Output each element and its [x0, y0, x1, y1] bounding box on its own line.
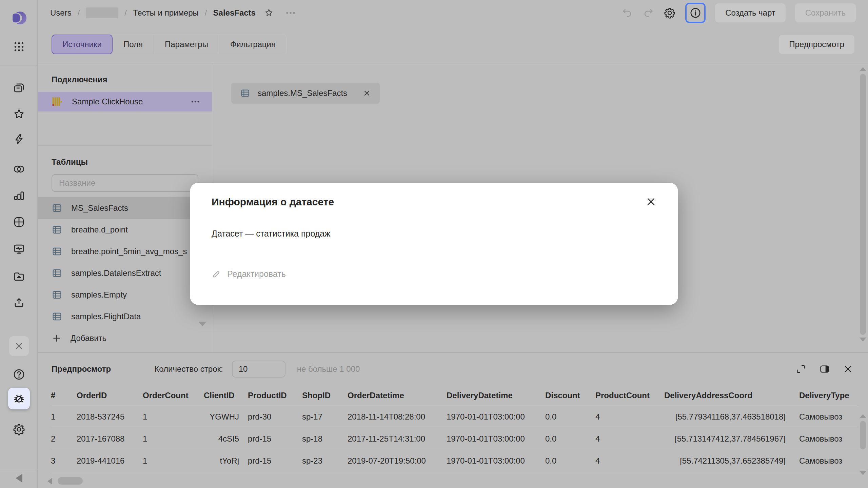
dataset-info-modal: Информация о датасете Датасет — статисти… — [190, 183, 678, 305]
dataset-description: Датасет — статистика продаж — [212, 229, 656, 239]
edit-description-label: Редактировать — [227, 269, 286, 279]
modal-close-icon[interactable] — [646, 196, 656, 207]
pencil-icon — [212, 269, 221, 279]
modal-title: Информация о датасете — [212, 196, 334, 208]
edit-description-button[interactable]: Редактировать — [212, 269, 656, 279]
